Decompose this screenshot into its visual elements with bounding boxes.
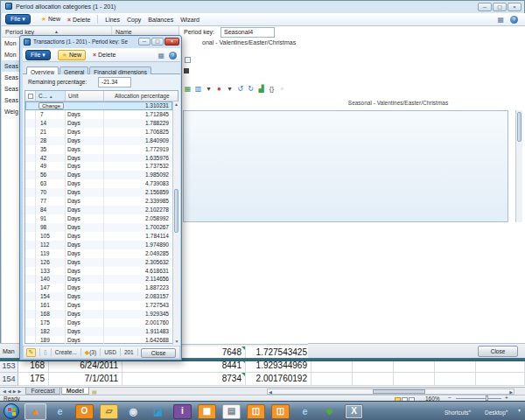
- outlook-taskbar-icon[interactable]: O: [75, 404, 94, 419]
- detail-pane-scrollbar[interactable]: [515, 110, 522, 222]
- row-checkbox[interactable]: [25, 206, 36, 214]
- transaction-row[interactable]: Change7 Days 1.712845: [25, 110, 172, 119]
- excel-taskbar-icon[interactable]: X: [345, 404, 363, 419]
- period-key-field[interactable]: Seasonal4: [220, 27, 275, 38]
- dynamics-ax-taskbar-icon[interactable]: ▲: [24, 403, 46, 420]
- internet-explorer-taskbar-icon[interactable]: e: [49, 403, 71, 420]
- excel-row-header[interactable]: 153: [0, 360, 18, 373]
- rotate-icon[interactable]: ↻: [246, 85, 256, 94]
- transaction-row[interactable]: Change70 Days 2.156859: [25, 188, 172, 197]
- transaction-row[interactable]: Change112 Days 1.974890: [25, 241, 172, 249]
- transaction-row[interactable]: Change126 Days 2.305632: [25, 258, 172, 267]
- transaction-row[interactable]: Change140 Days 2.114656: [25, 275, 172, 284]
- trans-delete-button[interactable]: × Delete: [93, 52, 116, 58]
- remaining-percentage-field[interactable]: -21.34: [98, 77, 131, 88]
- excel-row[interactable]: 154 175 7/1/2011 8734 2.001760192: [0, 373, 525, 386]
- trans-layout-grid-icon[interactable]: ▦: [158, 52, 164, 60]
- row-checkbox[interactable]: [25, 171, 36, 179]
- new-button[interactable]: ★ New: [41, 16, 60, 23]
- main-window-titlebar[interactable]: Period allocation categories (1 - 201) ─…: [1, 1, 525, 13]
- shortcuts-chevron-icon[interactable]: »: [468, 408, 471, 413]
- scroll-up-icon[interactable]: ▲: [173, 102, 179, 108]
- last-sheet-icon[interactable]: ▶: [18, 388, 22, 394]
- edit-pencil-icon[interactable]: ✎: [26, 348, 36, 357]
- trans-maximize-button[interactable]: ▢: [151, 38, 164, 46]
- excel-cell-date[interactable]: 6/24/2011: [49, 360, 122, 373]
- row-checkbox[interactable]: [25, 214, 36, 223]
- taskbar-expand-icon[interactable]: ▾: [518, 407, 521, 413]
- excel-row[interactable]: 153 168 6/24/2011 8441 1.929344969: [0, 360, 525, 373]
- row-checkbox[interactable]: [25, 162, 36, 171]
- row-checkbox[interactable]: [25, 241, 36, 249]
- transaction-row[interactable]: Change154 Days 2.083157: [25, 292, 172, 301]
- row-checkbox[interactable]: [25, 197, 36, 206]
- transaction-row[interactable]: Change119 Days 2.049285: [25, 249, 172, 258]
- row-checkbox[interactable]: [25, 267, 36, 276]
- transaction-row[interactable]: Change133 Days 4.618631: [25, 267, 172, 276]
- chart-bar-green-icon[interactable]: ▦: [183, 85, 192, 94]
- sheet-tab-model[interactable]: Model: [61, 388, 89, 395]
- transactions-titlebar[interactable]: Transactions (1 - 201) - Period key: Sea…: [22, 37, 181, 48]
- scroll-down-icon[interactable]: ▼: [173, 339, 180, 345]
- column-header-unit[interactable]: Unit: [66, 91, 104, 101]
- small-doc-icon[interactable]: ▫: [277, 85, 287, 94]
- braces-icon[interactable]: {}: [267, 85, 276, 94]
- refresh-icon[interactable]: ↺: [235, 85, 245, 94]
- row-checkbox[interactable]: [25, 336, 36, 345]
- transaction-row[interactable]: Change105 Days 1.784114: [25, 232, 172, 241]
- trans-file-menu-button[interactable]: File ▾: [25, 50, 51, 60]
- row-checkbox[interactable]: [25, 110, 36, 119]
- minimize-button[interactable]: ─: [478, 3, 492, 11]
- column-header-allocation-percentage[interactable]: Allocation percentage: [104, 91, 172, 101]
- sheet-tab-forecast[interactable]: Forecast: [25, 388, 60, 395]
- row-checkbox[interactable]: [25, 154, 36, 163]
- help-icon[interactable]: ?: [510, 16, 518, 24]
- excel-hscrollbar[interactable]: ◀ ▶: [267, 388, 514, 395]
- transaction-row[interactable]: Change161 Days 1.727543: [25, 301, 172, 310]
- infopath-taskbar-icon[interactable]: i: [173, 404, 192, 419]
- row-checkbox[interactable]: [25, 310, 36, 318]
- transaction-row[interactable]: Change56 Days 1.985092: [25, 171, 172, 179]
- row-checkbox[interactable]: [25, 179, 36, 188]
- change-button[interactable]: Change: [38, 102, 64, 109]
- alerts-count[interactable]: (3): [89, 349, 96, 355]
- desktop-chevron-icon[interactable]: »: [506, 408, 508, 413]
- select-all-checkbox[interactable]: [25, 91, 36, 101]
- trans-new-button[interactable]: ★ New: [58, 50, 86, 60]
- row-checkbox[interactable]: [25, 301, 36, 310]
- transaction-row[interactable]: Change63 Days 4.739083: [25, 179, 172, 188]
- chart-type-caret-icon[interactable]: ▾: [204, 85, 214, 94]
- transactions-close-button[interactable]: Close: [141, 348, 176, 358]
- hscroll-thumb[interactable]: [373, 389, 425, 394]
- copy-button[interactable]: Copy: [127, 17, 141, 23]
- chart-bar-blue-icon[interactable]: ▥: [193, 85, 203, 94]
- excel-cell-day[interactable]: 168: [18, 360, 49, 373]
- internet-explorer-2-taskbar-icon[interactable]: e: [294, 403, 316, 420]
- scrollbar-thumb[interactable]: [517, 112, 522, 142]
- transaction-row[interactable]: Change175 Days 2.001760: [25, 318, 172, 327]
- grid-scrollbar-thumb[interactable]: [174, 189, 178, 233]
- next-sheet-icon[interactable]: ▶: [13, 388, 17, 394]
- file-menu-button[interactable]: File ▾: [5, 14, 31, 24]
- row-checkbox[interactable]: [25, 275, 36, 284]
- spheres-taskbar-icon[interactable]: ❖: [318, 403, 340, 420]
- transaction-row[interactable]: Change98 Days 1.700267: [25, 223, 172, 232]
- excel-cell-percentage[interactable]: 2.001760192: [246, 373, 312, 386]
- chart-column-icon[interactable]: ▟: [256, 85, 266, 94]
- detail-checkbox[interactable]: [185, 57, 191, 63]
- transaction-row[interactable]: Change91 Days 2.058992: [25, 214, 172, 223]
- shortcuts-toolbar[interactable]: Shortcuts»: [444, 408, 471, 416]
- org-doc-taskbar-icon[interactable]: ◫: [247, 404, 265, 419]
- trans-minimize-button[interactable]: ─: [138, 38, 150, 46]
- transaction-row[interactable]: Change49 Days 1.737532: [25, 162, 172, 171]
- close-window-button[interactable]: ×: [508, 3, 522, 11]
- row-checkbox[interactable]: [25, 318, 36, 327]
- contacts-taskbar-icon[interactable]: ◉: [122, 403, 144, 420]
- row-checkbox[interactable]: [25, 188, 36, 197]
- prev-sheet-icon[interactable]: ◀: [8, 388, 11, 394]
- excel-cell-amount[interactable]: 8734: [122, 373, 246, 386]
- map-taskbar-icon[interactable]: ◪: [147, 403, 169, 420]
- pie-caret-icon[interactable]: ▾: [225, 85, 234, 94]
- transaction-row[interactable]: Change77 Days 2.339985: [25, 197, 172, 206]
- transaction-row[interactable]: Change 1.310231: [25, 102, 172, 110]
